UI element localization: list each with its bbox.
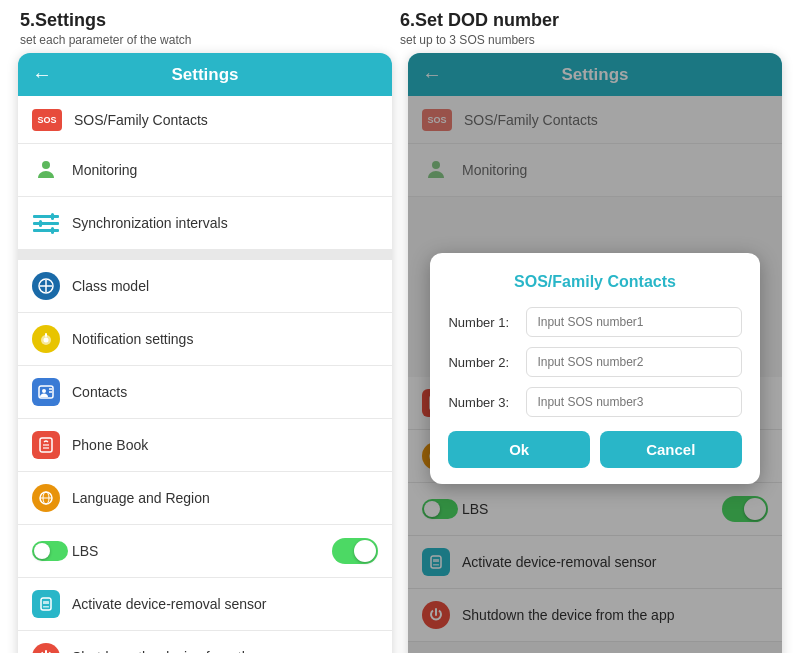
contacts-label-left: Contacts: [72, 384, 378, 400]
right-panel-header: 6.Set DOD number set up to 3 SOS numbers: [400, 10, 780, 47]
sensor-label-left: Activate device-removal sensor: [72, 596, 378, 612]
lbs-toggle-left[interactable]: [332, 538, 378, 564]
globe-icon-left: [32, 484, 60, 512]
modal-overlay: SOS/Family Contacts Number 1: Number 2: …: [408, 53, 782, 653]
number1-label: Number 1:: [448, 315, 518, 330]
monitoring-label-left: Monitoring: [72, 162, 378, 178]
divider-left: [18, 250, 392, 260]
svg-point-14: [42, 389, 46, 393]
svg-rect-24: [43, 601, 49, 604]
sync-icon-left: [32, 209, 60, 237]
language-label-left: Language and Region: [72, 490, 378, 506]
left-phone-screen: ← Settings SOS SOS/Family Contacts Monit…: [18, 53, 392, 653]
sos-icon-left: SOS: [32, 109, 62, 131]
left-screen-header: ← Settings: [18, 53, 392, 96]
modal-row-1: Number 1:: [448, 307, 741, 337]
right-subtitle: set up to 3 SOS numbers: [400, 33, 780, 47]
ok-button[interactable]: Ok: [448, 431, 590, 468]
svg-rect-1: [33, 215, 59, 218]
lbs-label-left: LBS: [72, 543, 320, 559]
menu-item-phonebook-left[interactable]: Phone Book: [18, 419, 392, 472]
number3-label: Number 3:: [448, 395, 518, 410]
left-title: 5.Settings: [20, 10, 400, 31]
left-panel-header: 5.Settings set each parameter of the wat…: [20, 10, 400, 47]
class-icon-left: [32, 272, 60, 300]
menu-item-contacts-left[interactable]: Contacts: [18, 366, 392, 419]
modal-buttons: Ok Cancel: [448, 431, 741, 468]
modal-row-2: Number 2:: [448, 347, 741, 377]
menu-item-sensor-left[interactable]: Activate device-removal sensor: [18, 578, 392, 631]
sos-label-left: SOS/Family Contacts: [74, 112, 378, 128]
menu-item-monitoring-left[interactable]: Monitoring: [18, 144, 392, 197]
notif-icon-left: [32, 325, 60, 353]
svg-rect-6: [51, 227, 54, 234]
svg-rect-12: [45, 333, 47, 337]
contacts-icon-left: [32, 378, 60, 406]
number1-input[interactable]: [526, 307, 741, 337]
cancel-button[interactable]: Cancel: [600, 431, 742, 468]
number2-label: Number 2:: [448, 355, 518, 370]
left-subtitle: set each parameter of the watch: [20, 33, 400, 47]
menu-item-notif-left[interactable]: Notification settings: [18, 313, 392, 366]
menu-item-lbs-left[interactable]: LBS: [18, 525, 392, 578]
svg-point-11: [44, 338, 49, 343]
menu-item-sos-left[interactable]: SOS SOS/Family Contacts: [18, 96, 392, 144]
modal-row-3: Number 3:: [448, 387, 741, 417]
left-back-arrow[interactable]: ←: [32, 63, 52, 86]
svg-point-0: [42, 161, 50, 169]
notif-label-left: Notification settings: [72, 331, 378, 347]
menu-item-language-left[interactable]: Language and Region: [18, 472, 392, 525]
modal-title: SOS/Family Contacts: [448, 273, 741, 291]
menu-item-class-left[interactable]: Class model: [18, 260, 392, 313]
number3-input[interactable]: [526, 387, 741, 417]
left-screen-title: Settings: [62, 65, 348, 85]
svg-rect-25: [43, 606, 49, 608]
right-title: 6.Set DOD number: [400, 10, 780, 31]
menu-item-sync-left[interactable]: Synchronization intervals: [18, 197, 392, 250]
left-menu-list: SOS SOS/Family Contacts Monitoring: [18, 96, 392, 653]
right-phone-screen: ← Settings SOS SOS/Family Contacts Monit…: [408, 53, 782, 653]
svg-rect-5: [39, 220, 42, 227]
monitoring-icon-left: [32, 156, 60, 184]
sos-modal: SOS/Family Contacts Number 1: Number 2: …: [430, 253, 759, 484]
shutdown-label-left: Shutdown the device from the app: [72, 649, 378, 653]
phonebook-label-left: Phone Book: [72, 437, 378, 453]
svg-rect-4: [51, 213, 54, 220]
svg-rect-3: [33, 229, 59, 232]
menu-item-shutdown-left[interactable]: Shutdown the device from the app: [18, 631, 392, 653]
lbs-icon-left: [32, 537, 60, 565]
shutdown-icon-left: [32, 643, 60, 653]
svg-rect-2: [33, 222, 59, 225]
number2-input[interactable]: [526, 347, 741, 377]
phonebook-icon-left: [32, 431, 60, 459]
sensor-icon-left: [32, 590, 60, 618]
sync-label-left: Synchronization intervals: [72, 215, 378, 231]
class-label-left: Class model: [72, 278, 378, 294]
